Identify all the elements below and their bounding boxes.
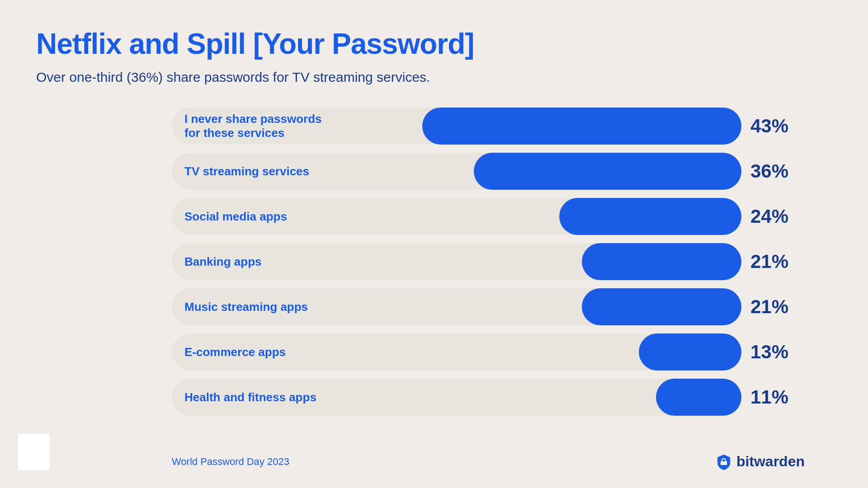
chart-area: I never share passwordsfor these service… [36,108,832,444]
bar-track: Music streaming apps [172,288,741,325]
bar-fill [559,198,741,235]
bar-percent-label: 24% [750,206,805,227]
bar-track: I never share passwordsfor these service… [172,108,741,145]
bar-row: E-commerce apps13% [172,333,805,371]
bar-label: Health and fitness apps [184,390,316,404]
bar-row: Health and fitness apps11% [172,379,805,416]
main-container: Netflix and Spill [Your Password] Over o… [0,0,868,488]
bar-percent-label: 11% [750,386,805,408]
footer-source: World Password Day 2023 [172,456,289,468]
bar-percent-label: 43% [750,115,805,137]
bitwarden-logo: bitwarden [716,453,805,470]
bar-row: Music streaming apps21% [172,288,805,325]
bar-percent-label: 21% [750,296,805,318]
bar-label: Music streaming apps [184,300,308,314]
bar-fill [656,379,741,416]
bar-row: Social media apps24% [172,198,805,235]
footer: World Password Day 2023 bitwarden [36,453,832,470]
bar-label: Social media apps [184,210,287,224]
bar-percent-label: 36% [750,160,805,182]
bar-percent-label: 13% [750,341,805,363]
bar-track: TV streaming services [172,153,741,190]
bar-fill [474,153,741,190]
subtitle: Over one-third (36%) share passwords for… [36,70,832,85]
bar-track: Social media apps [172,198,741,235]
bitwarden-icon [716,454,732,470]
bar-row: Banking apps21% [172,243,805,280]
bar-track: Health and fitness apps [172,379,741,416]
bar-track: Banking apps [172,243,741,280]
bar-percent-label: 21% [750,251,805,272]
bar-label: E-commerce apps [184,345,286,359]
bar-label: TV streaming services [184,164,309,178]
bar-fill [639,333,741,371]
bar-row: I never share passwordsfor these service… [172,108,805,145]
bar-row: TV streaming services36% [172,153,805,190]
white-box-decoration [18,434,50,470]
bar-track: E-commerce apps [172,333,741,371]
bar-fill [582,288,741,325]
bar-label: I never share passwordsfor these service… [184,112,321,140]
bar-fill [422,108,741,145]
page-title: Netflix and Spill [Your Password] [36,27,832,61]
brand-name: bitwarden [736,453,805,470]
bar-fill [582,243,741,280]
bar-label: Banking apps [184,255,261,269]
